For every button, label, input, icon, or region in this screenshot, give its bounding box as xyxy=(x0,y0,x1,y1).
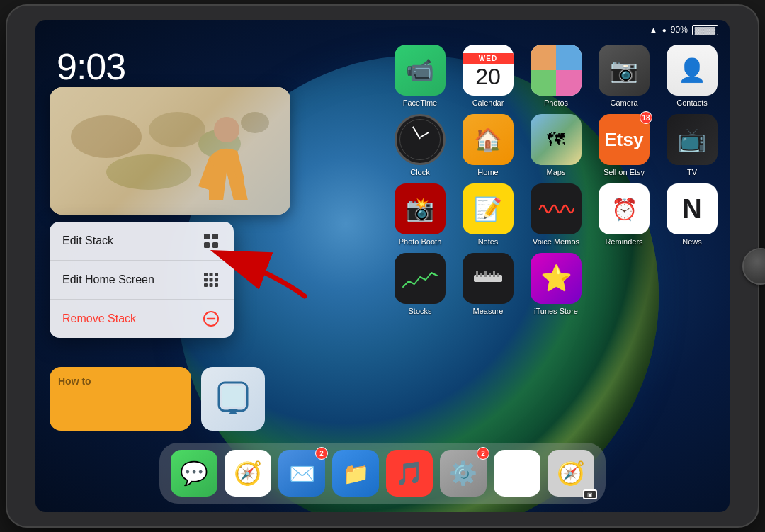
svg-rect-14 xyxy=(204,234,210,239)
app-news[interactable]: N News xyxy=(662,183,722,246)
dock: 💬 🧭 ✉️ 2 📁 🎵 ⚙️ 2 xyxy=(159,443,606,504)
svg-rect-15 xyxy=(212,234,218,239)
status-bar: ▲ ● 90% ▓▓▓▓ xyxy=(35,20,730,40)
stocks-icon xyxy=(395,253,446,304)
svg-rect-5 xyxy=(493,271,495,277)
battery-icon: ▓▓▓▓ xyxy=(692,25,718,35)
app-etsy[interactable]: Etsy 18 Sell on Etsy xyxy=(594,114,654,176)
svg-rect-25 xyxy=(210,283,213,287)
tv-label: TV xyxy=(687,168,697,176)
svg-rect-4 xyxy=(489,273,491,277)
itunesstore-label: iTunes Store xyxy=(534,307,578,315)
app-tv[interactable]: 📺 TV xyxy=(662,114,722,176)
dock-safari2[interactable]: 🧭 ▣ xyxy=(548,450,594,497)
edit-stack-icon xyxy=(201,231,221,251)
edit-stack-item[interactable]: Edit Stack xyxy=(50,222,234,261)
widget-stack[interactable] xyxy=(50,87,290,215)
photos-label: Photos xyxy=(544,98,568,107)
itunesstore-icon: ⭐ xyxy=(531,253,582,304)
app-reminders[interactable]: ⏰ Reminders xyxy=(594,183,654,246)
svg-rect-31 xyxy=(222,386,244,407)
edit-stack-label: Edit Stack xyxy=(62,234,113,247)
svg-rect-3 xyxy=(484,271,487,277)
svg-rect-21 xyxy=(204,278,208,282)
svg-rect-26 xyxy=(215,283,218,287)
app-photos[interactable]: Photos xyxy=(526,45,586,107)
settings-badge: 2 xyxy=(477,447,489,460)
dock-settings[interactable]: ⚙️ 2 xyxy=(440,450,487,497)
remove-stack-icon xyxy=(201,309,221,329)
app-contacts[interactable]: 👤 Contacts xyxy=(662,45,722,107)
svg-rect-24 xyxy=(204,283,208,287)
widget-person-figure xyxy=(184,101,269,215)
widget-mirror[interactable] xyxy=(201,367,265,431)
status-icons: ▲ ● 90% ▓▓▓▓ xyxy=(649,25,718,35)
home-button[interactable] xyxy=(742,248,765,285)
svg-rect-16 xyxy=(204,242,210,248)
svg-rect-33 xyxy=(230,412,237,414)
app-grid: 📹 FaceTime WED 20 Calendar Photos xyxy=(390,45,722,315)
calendar-icon: WED 20 xyxy=(463,45,514,96)
ipad-screen: ▲ ● 90% ▓▓▓▓ 9:03 Wednesday, January 20 … xyxy=(35,20,730,512)
svg-rect-18 xyxy=(204,273,208,276)
svg-rect-23 xyxy=(215,278,218,282)
app-itunesstore[interactable]: ⭐ iTunes Store xyxy=(526,253,586,315)
svg-rect-1 xyxy=(476,271,478,277)
dock-safari[interactable]: 🧭 xyxy=(225,450,271,497)
stocks-label: Stocks xyxy=(408,307,431,315)
app-voicememos[interactable]: Voice Memos xyxy=(526,183,586,246)
wifi-icon: ▲ xyxy=(649,25,658,35)
svg-point-8 xyxy=(71,115,142,158)
maps-icon: 🗺 xyxy=(531,114,582,165)
app-stocks[interactable]: Stocks xyxy=(390,253,450,315)
clock-label: Clock xyxy=(410,168,430,176)
app-calendar[interactable]: WED 20 Calendar xyxy=(458,45,518,107)
edit-home-item[interactable]: Edit Home Screen xyxy=(50,261,234,300)
voicememos-label: Voice Memos xyxy=(533,237,579,246)
bottom-widgets: How to xyxy=(50,367,265,431)
app-maps[interactable]: 🗺 Maps xyxy=(526,114,586,176)
clock-display: 9:03 xyxy=(57,48,186,85)
notes-label: Notes xyxy=(478,237,499,246)
home-label: Home xyxy=(477,168,498,176)
remove-stack-item[interactable]: Remove Stack xyxy=(50,300,234,338)
photobooth-icon: 📸 xyxy=(395,183,446,234)
svg-point-11 xyxy=(106,154,191,190)
reminders-label: Reminders xyxy=(605,237,642,246)
dock-music[interactable]: 🎵 xyxy=(386,450,433,497)
app-facetime[interactable]: 📹 FaceTime xyxy=(390,45,450,107)
dock-photos[interactable] xyxy=(494,450,540,497)
dock-files[interactable]: 📁 xyxy=(332,450,379,497)
calendar-label: Calendar xyxy=(472,98,504,107)
battery-percent: 90% xyxy=(671,25,688,35)
svg-rect-2 xyxy=(480,273,482,277)
widget-map-visual xyxy=(50,87,290,215)
notes-icon: 📝 xyxy=(463,183,514,234)
app-notes[interactable]: 📝 Notes xyxy=(458,183,518,246)
tv-icon: 📺 xyxy=(667,114,718,165)
cal-weekday: WED xyxy=(463,53,514,64)
news-icon: N xyxy=(667,183,718,234)
measure-icon xyxy=(463,253,514,304)
etsy-icon: Etsy 18 xyxy=(599,114,650,165)
app-clock[interactable]: Clock xyxy=(390,114,450,176)
svg-rect-20 xyxy=(215,273,218,276)
signal-icon: ● xyxy=(662,26,667,34)
ipad-frame: ▲ ● 90% ▓▓▓▓ 9:03 Wednesday, January 20 … xyxy=(7,6,758,526)
maps-label: Maps xyxy=(547,168,566,176)
app-photobooth[interactable]: 📸 Photo Booth xyxy=(390,183,450,246)
dock-messages[interactable]: 💬 xyxy=(171,450,217,497)
measure-label: Measure xyxy=(473,307,504,315)
app-camera[interactable]: 📷 Camera xyxy=(594,45,654,107)
dock-mail[interactable]: ✉️ 2 xyxy=(278,450,325,497)
reminders-icon: ⏰ xyxy=(599,183,650,234)
widget-stack-area[interactable] xyxy=(50,87,290,215)
app-home[interactable]: 🏠 Home xyxy=(458,114,518,176)
svg-rect-32 xyxy=(228,409,238,412)
svg-rect-17 xyxy=(212,242,218,248)
facetime-label: FaceTime xyxy=(403,98,438,107)
news-label: News xyxy=(682,237,702,246)
widget-yellow[interactable]: How to xyxy=(50,367,191,431)
home-icon: 🏠 xyxy=(463,114,514,165)
app-measure[interactable]: Measure xyxy=(458,253,518,315)
